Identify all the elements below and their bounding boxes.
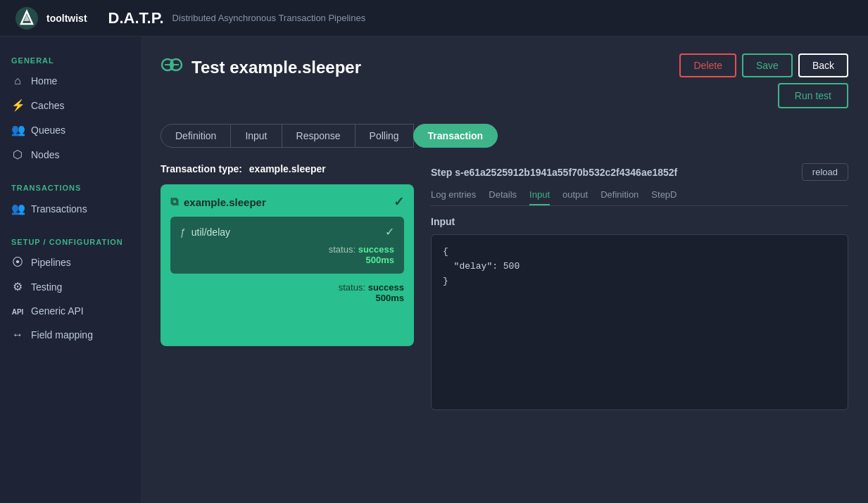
tab-response[interactable]: Response (282, 124, 356, 148)
step-id: Step s-e61a2525912b1941a55f70b532c2f4346… (431, 167, 677, 178)
tab-bar: Definition Input Response Polling Transa… (161, 124, 848, 148)
save-button[interactable]: Save (742, 53, 793, 77)
page-title: Test example.sleeper (191, 58, 361, 77)
sidebar-item-label: Home (31, 75, 57, 87)
sidebar-item-label: Transactions (31, 203, 87, 215)
left-panel: Transaction type: example.sleeper ⧉ exam… (161, 163, 414, 410)
back-button[interactable]: Back (798, 53, 848, 77)
transactions-icon (11, 202, 24, 215)
app-title: D.A.T.P. (108, 9, 164, 27)
sidebar-item-pipelines[interactable]: Pipelines (0, 250, 141, 274)
bottom-btn-row: Run test (778, 83, 848, 108)
api-icon (11, 305, 24, 317)
sidebar-item-field-mapping[interactable]: Field mapping (0, 323, 141, 347)
transaction-content: Transaction type: example.sleeper ⧉ exam… (161, 163, 848, 410)
sidebar-item-testing[interactable]: Testing (0, 274, 141, 299)
caches-icon (11, 98, 24, 112)
page-title-row: Test example.sleeper (161, 53, 361, 81)
sidebar-item-generic-api[interactable]: Generic API (0, 299, 141, 323)
sidebar-general-label: GENERAL (0, 51, 141, 69)
transaction-type-value: example.sleeper (249, 163, 326, 174)
page-title-icon (161, 53, 183, 81)
step-tab-input[interactable]: Input (529, 189, 550, 205)
top-header: tooltwist D.A.T.P. Distributed Asynchron… (0, 0, 868, 37)
right-panel: Step s-e61a2525912b1941a55f70b532c2f4346… (431, 163, 848, 410)
reload-button[interactable]: reload (802, 163, 848, 181)
sidebar-item-nodes[interactable]: Nodes (0, 142, 141, 167)
tab-polling[interactable]: Polling (355, 124, 414, 148)
transaction-type-label: Transaction type: example.sleeper (161, 163, 414, 174)
step-header: Step s-e61a2525912b1941a55f70b532c2f4346… (431, 163, 848, 181)
input-code-box: { "delay": 500 } (431, 234, 848, 410)
page-header: Test example.sleeper Delete Save Back Ru… (161, 53, 848, 108)
transaction-visual: ⧉ example.sleeper ✓ ƒ util/delay ✓ statu… (161, 184, 414, 346)
home-icon (11, 75, 24, 87)
step-tabs: Log entries Details Input output Definit… (431, 189, 848, 206)
step-tab-definition[interactable]: Definition (600, 189, 639, 205)
pipelines-icon (11, 256, 24, 269)
txn-outer-label: ⧉ example.sleeper ✓ (170, 194, 404, 210)
tab-transaction[interactable]: Transaction (413, 124, 498, 148)
step-tab-details[interactable]: Details (489, 189, 517, 205)
delete-button[interactable]: Delete (679, 53, 736, 77)
txn-outer-check-icon: ✓ (394, 194, 404, 210)
testing-icon (11, 280, 24, 293)
step-tab-log-entries[interactable]: Log entries (431, 189, 476, 205)
logo-icon (14, 6, 39, 31)
txn-inner-status: status: success 500ms (180, 244, 394, 265)
logo-area: tooltwist (14, 6, 87, 31)
sidebar-item-transactions[interactable]: Transactions (0, 196, 141, 221)
input-section-title: Input (431, 216, 848, 227)
txn-outer-status: status: success 500ms (170, 282, 404, 303)
sidebar-item-queues[interactable]: Queues (0, 117, 141, 142)
queues-icon (11, 123, 24, 136)
sidebar-item-label: Pipelines (31, 257, 71, 268)
step-tab-output[interactable]: output (562, 189, 588, 205)
sidebar-item-label: Generic API (31, 305, 84, 317)
sidebar-item-label: Field mapping (31, 329, 93, 340)
tab-definition[interactable]: Definition (161, 124, 231, 148)
sidebar-item-label: Nodes (31, 149, 59, 160)
txn-inner: ƒ util/delay ✓ status: success 500ms (170, 217, 404, 274)
sidebar-setup-label: SETUP / CONFIGURATION (0, 232, 141, 250)
run-test-button[interactable]: Run test (778, 83, 848, 108)
logo-name: tooltwist (46, 13, 87, 24)
header-buttons: Delete Save Back Run test (679, 53, 848, 108)
sidebar-item-label: Queues (31, 125, 65, 136)
txn-inner-label: ƒ util/delay ✓ (180, 225, 394, 238)
main-layout: GENERAL Home Caches Queues Nodes TRANSAC… (0, 37, 868, 503)
app-subtitle: Distributed Asynchronous Transaction Pip… (172, 13, 366, 23)
tab-input[interactable]: Input (230, 124, 282, 148)
sidebar: GENERAL Home Caches Queues Nodes TRANSAC… (0, 37, 141, 503)
top-btn-row: Delete Save Back (679, 53, 848, 77)
mapping-icon (11, 329, 24, 341)
nodes-icon (11, 148, 24, 161)
sidebar-item-home[interactable]: Home (0, 69, 141, 93)
sidebar-transactions-label: TRANSACTIONS (0, 178, 141, 196)
txn-inner-check-icon: ✓ (385, 225, 394, 238)
sidebar-item-label: Caches (31, 100, 64, 111)
sidebar-item-label: Testing (31, 281, 62, 293)
content-area: Test example.sleeper Delete Save Back Ru… (141, 37, 868, 503)
step-tab-stepd[interactable]: StepD (651, 189, 677, 205)
sidebar-item-caches[interactable]: Caches (0, 93, 141, 117)
